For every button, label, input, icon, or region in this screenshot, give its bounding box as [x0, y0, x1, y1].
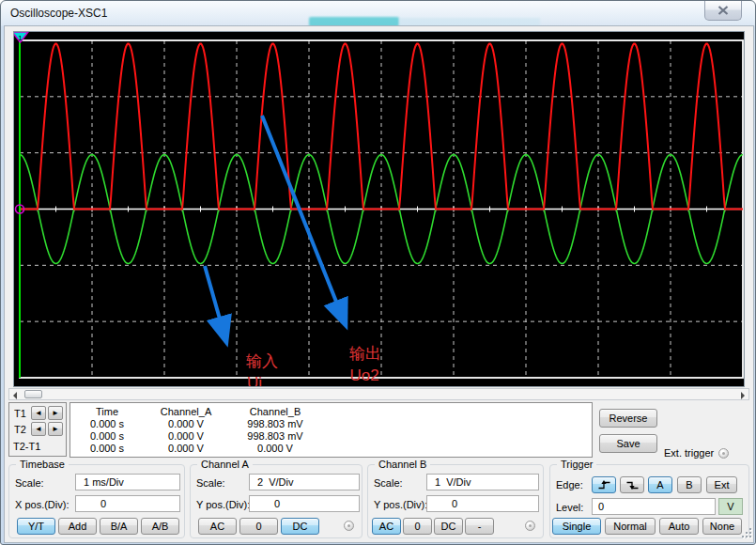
channel-b-group: Channel B Scale: 1 V/Div Y pos.(Div): 0 … — [367, 464, 544, 538]
trigger-group: Trigger Edge: A B Ext Level: 0 V Single … — [549, 464, 749, 538]
annotation-output-sub: Uo2 — [349, 366, 378, 384]
close-icon — [717, 6, 729, 15]
timebase-xpos-label: X pos.(Div): — [15, 499, 69, 510]
title-bar[interactable]: Oscilloscope-XSC1 — [1, 1, 755, 26]
right-arrow-icon: ► — [52, 409, 59, 417]
trigger-auto-button[interactable]: Auto — [659, 518, 699, 535]
trigger-source-b-button[interactable]: B — [677, 476, 702, 493]
horizontal-scrollbar[interactable] — [8, 388, 749, 400]
left-arrow-icon: ◄ — [35, 409, 42, 417]
channel-b-ac-button[interactable]: AC — [372, 518, 401, 535]
trigger-level-label: Level: — [556, 502, 583, 513]
yt-mode-button[interactable]: Y/T — [17, 518, 55, 535]
col-time: Time — [70, 406, 144, 418]
ab-mode-button[interactable]: A/B — [141, 518, 179, 535]
channel-a-ac-button[interactable]: AC — [198, 518, 237, 535]
cursor-panel: T1 ◄ ► T2 ◄ ► T2-T1 — [8, 402, 67, 457]
scroll-right-icon[interactable] — [741, 392, 745, 399]
channel-b-dc-button[interactable]: DC — [434, 518, 463, 535]
resize-grip[interactable] — [742, 528, 753, 539]
oscilloscope-window: Oscilloscope-XSC1 1 输入 — [0, 0, 756, 545]
channel-b-scale-label: Scale: — [374, 477, 403, 489]
t2-right-button[interactable]: ► — [48, 422, 63, 436]
t2-t1-label: T2-T1 — [13, 441, 40, 452]
falling-edge-button[interactable] — [620, 476, 644, 493]
delta-channel-a: 0.000 V — [144, 443, 228, 455]
col-channel-a: Channel_A — [144, 406, 228, 418]
t1-label: T1 — [14, 408, 26, 419]
channel-b-minus-button[interactable]: - — [465, 518, 494, 535]
table-header-row: Time Channel_A Channel_B — [70, 406, 592, 418]
channel-a-ypos-input[interactable]: 0 — [249, 495, 360, 512]
t1-cursor-number: 1 — [18, 34, 23, 42]
window-title: Oscilloscope-XSC1 — [10, 7, 107, 20]
channel-b-zero-button[interactable]: 0 — [403, 518, 432, 535]
t1-right-button[interactable]: ► — [48, 406, 63, 420]
channel-a-group: Channel A Scale: 2 V/Div Y pos.(Div): 0 … — [190, 464, 363, 538]
channel-b-ypos-input[interactable]: 0 — [426, 495, 539, 512]
rising-edge-icon — [597, 479, 611, 490]
save-button[interactable]: Save — [599, 434, 657, 453]
reverse-button[interactable]: Reverse — [599, 409, 657, 428]
delta-time: 0.000 s — [70, 443, 144, 455]
channel-a-ypos-label: Y pos.(Div): — [196, 499, 250, 510]
t1-channel-a: 0.000 V — [144, 418, 228, 430]
trigger-level-unit-select[interactable]: V — [718, 498, 743, 515]
timebase-title: Timebase — [16, 459, 69, 470]
table-row: 0.000 s 0.000 V 0.000 V — [70, 443, 592, 455]
ext-trigger-terminal — [718, 448, 729, 459]
timebase-group: Timebase Scale: 1 ms/Div X pos.(Div): 0 … — [8, 464, 185, 538]
ext-trigger-label: Ext. trigger — [664, 447, 714, 459]
close-button[interactable] — [704, 1, 742, 21]
scroll-left-icon[interactable] — [13, 392, 17, 399]
trigger-source-ext-button[interactable]: Ext — [706, 476, 737, 493]
t2-left-button[interactable]: ◄ — [31, 422, 46, 436]
trigger-edge-label: Edge: — [556, 479, 583, 490]
trigger-source-a-button[interactable]: A — [648, 476, 672, 493]
trigger-title: Trigger — [557, 459, 596, 470]
channel-a-scale-input[interactable]: 2 V/Div — [249, 474, 360, 490]
delta-channel-b: 0.000 V — [228, 443, 322, 455]
channel-a-zero-button[interactable]: 0 — [239, 518, 278, 535]
timebase-scale-label: Scale: — [15, 477, 44, 489]
timebase-xpos-input[interactable]: 0 — [75, 495, 180, 512]
timebase-scale-input[interactable]: 1 ms/Div — [75, 474, 180, 490]
channel-b-scale-input[interactable]: 1 V/Div — [426, 474, 539, 490]
trigger-single-button[interactable]: Single — [552, 518, 601, 535]
annotation-input-sub: Ui — [247, 374, 262, 386]
channel-a-dc-button[interactable]: DC — [281, 518, 319, 535]
channel-b-title: Channel B — [375, 459, 430, 470]
annotation-input-label: 输入 — [246, 352, 278, 370]
t2-channel-b: 998.803 mV — [228, 430, 322, 443]
add-mode-button[interactable]: Add — [58, 518, 97, 535]
scope-display: 1 输入 Ui 输出 Uo2 — [14, 32, 744, 386]
measurement-table: Time Channel_A Channel_B 0.000 s 0.000 V… — [69, 402, 593, 458]
falling-edge-icon — [625, 479, 640, 490]
t2-channel-a: 0.000 V — [144, 430, 228, 443]
trigger-level-input[interactable]: 0 — [592, 498, 716, 515]
t1-time: 0.000 s — [70, 418, 144, 430]
ba-mode-button[interactable]: B/A — [100, 518, 138, 535]
table-row: 0.000 s 0.000 V 998.803 mV — [70, 418, 592, 430]
annotation-arrows — [205, 116, 346, 342]
left-arrow-icon: ◄ — [35, 425, 42, 433]
scrollbar-thumb[interactable] — [24, 390, 42, 398]
annotation-output-label: 输出 — [349, 345, 381, 363]
right-arrow-icon: ► — [52, 425, 59, 433]
channel-b-ypos-label: Y pos.(Div): — [374, 499, 427, 510]
table-row: 0.000 s 0.000 V 998.803 mV — [70, 430, 592, 443]
t2-time: 0.000 s — [70, 430, 144, 443]
t1-left-button[interactable]: ◄ — [31, 406, 46, 420]
rising-edge-button[interactable] — [592, 476, 616, 493]
channel-a-terminal — [344, 521, 354, 531]
t2-label: T2 — [14, 424, 26, 435]
t1-channel-b: 998.803 mV — [228, 418, 322, 430]
trigger-normal-button[interactable]: Normal — [605, 518, 656, 535]
channel-b-terminal — [525, 521, 535, 531]
channel-a-scale-label: Scale: — [196, 477, 225, 489]
trigger-none-button[interactable]: None — [702, 518, 742, 535]
channel-a-title: Channel A — [197, 459, 253, 470]
col-channel-b: Channel_B — [228, 406, 322, 418]
